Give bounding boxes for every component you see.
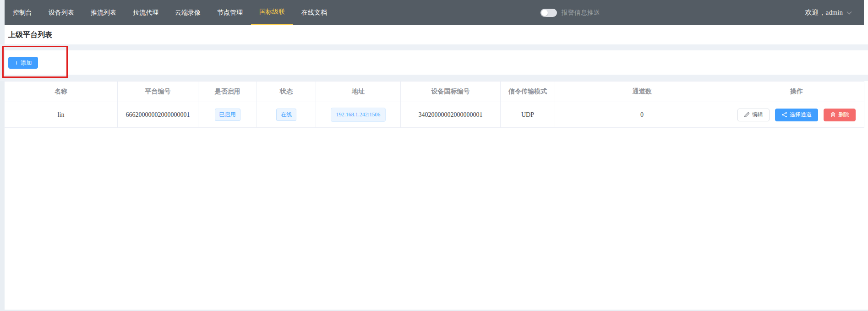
cell-enabled: 已启用 [198,102,257,128]
col-header-device-gb-id: 设备国标编号 [401,82,501,102]
cell-transport: UDP [501,102,555,128]
alarm-push-label: 报警信息推送 [562,9,600,17]
nav-item-push-list[interactable]: 推流列表 [82,0,125,25]
delete-button[interactable]: 删除 [824,109,856,121]
section-divider-band [0,44,868,50]
share-icon [781,112,787,118]
select-channel-button[interactable]: 选择通道 [775,109,818,121]
user-menu[interactable]: 欢迎，admin [805,0,852,25]
page-title: 上级平台列表 [8,30,52,40]
alarm-push-toggle-group: 报警信息推送 [540,0,600,25]
nav-item-console[interactable]: 控制台 [5,0,40,25]
top-navbar: 控制台 设备列表 推流列表 拉流代理 云端录像 节点管理 国标级联 在线文档 报… [5,0,864,25]
col-header-channel-count: 通道数 [555,82,729,102]
chevron-down-icon [846,11,852,15]
nav-item-node-manage[interactable]: 节点管理 [209,0,251,25]
status-badge: 在线 [276,109,296,121]
address-chip: 192.168.1.242:1506 [331,108,386,122]
platform-table: 名称 平台编号 是否启用 状态 地址 设备国标编号 信令传输模式 通道数 操作 … [4,81,864,128]
col-header-status: 状态 [257,82,316,102]
username: admin [826,9,843,16]
table-header-row: 名称 平台编号 是否启用 状态 地址 设备国标编号 信令传输模式 通道数 操作 [5,82,864,102]
alarm-push-toggle[interactable] [540,9,557,17]
cell-address: 192.168.1.242:1506 [316,102,401,128]
col-header-actions: 操作 [729,82,864,102]
delete-button-label: 删除 [838,111,849,119]
nav-item-pull-proxy[interactable]: 拉流代理 [125,0,167,25]
edit-button[interactable]: 编辑 [737,109,770,121]
welcome-text: 欢迎， [805,8,826,17]
cell-platform-id: 66620000002000000001 [118,102,198,128]
cell-actions: 编辑 选择通道 [729,102,864,128]
nav-item-device-list[interactable]: 设备列表 [40,0,82,25]
nav-item-gb-cascade[interactable]: 国标级联 [251,0,293,25]
trash-icon [830,112,836,118]
col-header-enabled: 是否启用 [198,82,257,102]
nav-item-online-docs[interactable]: 在线文档 [293,0,335,25]
add-button-label: 添加 [21,59,32,67]
select-channel-button-label: 选择通道 [790,111,812,119]
edit-pencil-icon [744,112,750,118]
table-row: lin 66620000002000000001 已启用 在线 192.168.… [5,102,864,128]
cell-channel-count: 0 [555,102,729,128]
col-header-address: 地址 [316,82,401,102]
toggle-knob [541,10,548,16]
col-header-name: 名称 [5,82,118,102]
cell-status: 在线 [257,102,316,128]
col-header-platform-id: 平台编号 [118,82,198,102]
enabled-badge: 已启用 [215,109,240,121]
cell-name: lin [5,102,118,128]
edit-button-label: 编辑 [752,111,763,119]
section-divider-band [0,75,868,81]
cell-device-gb-id: 34020000002000000001 [401,102,501,128]
col-header-transport: 信令传输模式 [501,82,555,102]
nav-item-cloud-record[interactable]: 云端录像 [167,0,209,25]
plus-icon: + [15,60,18,66]
page-header: 上级平台列表 [5,25,864,44]
add-button[interactable]: + 添加 [8,57,38,69]
